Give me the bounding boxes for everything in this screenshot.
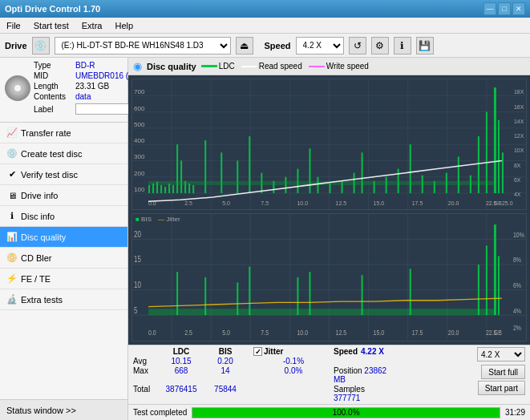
sidebar-item-create-test-disc[interactable]: 💿 Create test disc	[0, 143, 127, 164]
maximize-button[interactable]: □	[498, 2, 511, 15]
svg-text:300: 300	[134, 153, 145, 160]
minimize-button[interactable]: —	[483, 2, 496, 15]
svg-text:25.0: 25.0	[502, 200, 513, 206]
ldc-chart-svg: 700 600 500 400 300 200 100 18X 16X 14X …	[132, 79, 526, 209]
start-part-button[interactable]: Start part	[478, 381, 525, 395]
menu-file[interactable]: File	[3, 19, 24, 32]
svg-rect-127	[410, 269, 411, 316]
speed-select[interactable]: 4.2 X	[296, 37, 344, 55]
samples-label: Samples	[334, 385, 365, 394]
svg-text:0.0: 0.0	[148, 329, 156, 337]
speed-dropdown-row: 4.2 X	[477, 347, 525, 361]
avg-jitter: -0.1%	[253, 357, 334, 365]
read-speed-color	[241, 66, 257, 67]
nav-extra-tests-label: Extra tests	[21, 295, 63, 305]
contents-value: data	[75, 92, 91, 101]
drive-select[interactable]: (E:) HL-DT-ST BD-RE WH16NS48 1.D3	[55, 37, 231, 55]
speed-dropdown[interactable]: 4.2 X	[477, 347, 525, 361]
transfer-rate-icon: 📈	[6, 127, 18, 139]
eject-button[interactable]: ⏏	[236, 37, 253, 55]
charts-container: 700 600 500 400 300 200 100 18X 16X 14X …	[128, 75, 530, 345]
start-full-button[interactable]: Start full	[481, 365, 525, 379]
svg-text:8%: 8%	[513, 256, 521, 265]
svg-rect-125	[309, 273, 310, 316]
bis-legend-item: ■ BIS	[136, 216, 152, 223]
length-label: Length	[34, 82, 75, 91]
svg-text:14X: 14X	[514, 119, 524, 124]
drive-icon: 💿	[32, 37, 50, 55]
nav-create-test-disc-label: Create test disc	[21, 149, 82, 159]
svg-text:500: 500	[134, 121, 145, 128]
contents-label: Contents	[34, 92, 75, 101]
sidebar-item-verify-test-disc[interactable]: ✔ Verify test disc	[0, 164, 127, 185]
svg-text:12.5: 12.5	[336, 329, 347, 337]
avg-ldc: 10.15	[157, 357, 205, 365]
menu-start-test[interactable]: Start test	[30, 19, 72, 32]
stats-row-container: LDC BIS ✓ Jitter Speed 4.22 X	[133, 347, 525, 402]
svg-rect-83	[502, 152, 504, 193]
ldc-color	[201, 65, 217, 67]
svg-rect-123	[249, 267, 250, 315]
svg-text:12X: 12X	[514, 133, 524, 139]
svg-text:100: 100	[134, 186, 145, 193]
legend-write-speed: Write speed	[309, 62, 369, 71]
speed-label: Speed	[265, 41, 291, 50]
svg-rect-126	[362, 276, 363, 316]
disc-info-icon: ℹ	[6, 211, 18, 222]
jitter-checkbox-container: ✓ Jitter	[253, 347, 334, 356]
svg-text:6X: 6X	[514, 177, 521, 183]
svg-text:18X: 18X	[514, 89, 524, 95]
svg-text:600: 600	[134, 105, 145, 112]
menu-extra[interactable]: Extra	[79, 19, 106, 32]
sidebar-item-fe-te[interactable]: ⚡ FE / TE	[0, 269, 127, 289]
svg-text:2%: 2%	[513, 324, 521, 332]
ldc-header: LDC	[157, 347, 205, 356]
svg-text:20: 20	[134, 230, 141, 239]
total-bis: 75844	[205, 385, 245, 402]
jitter-legend-item: — Jitter	[158, 216, 180, 223]
stats-avg-row: Avg 10.15 0.20 -0.1%	[133, 357, 472, 365]
jitter-color-indicator: —	[158, 216, 164, 223]
window-controls: — □ ✕	[483, 2, 525, 15]
info-button[interactable]: ℹ	[394, 37, 411, 55]
svg-text:17.5: 17.5	[412, 200, 423, 206]
sidebar-item-drive-info[interactable]: 🖥 Drive info	[0, 185, 127, 206]
svg-rect-56	[204, 140, 206, 193]
menu-help[interactable]: Help	[111, 19, 136, 32]
status-window-label: Status window >>	[6, 406, 76, 415]
save-button[interactable]: 💾	[416, 37, 434, 55]
svg-text:15.0: 15.0	[374, 329, 385, 337]
max-jitter: 0.0%	[253, 366, 334, 384]
close-button[interactable]: ✕	[512, 2, 525, 15]
sidebar-item-cd-bler[interactable]: 📀 CD Bler	[0, 248, 127, 269]
sidebar-item-disc-quality[interactable]: 📊 Disc quality	[0, 227, 127, 248]
svg-text:20.0: 20.0	[448, 329, 459, 337]
svg-text:15: 15	[134, 256, 141, 265]
stats-headers: LDC BIS ✓ Jitter Speed 4.22 X	[133, 347, 472, 356]
sidebar-item-disc-info[interactable]: ℹ Disc info	[0, 206, 127, 227]
svg-rect-124	[297, 277, 298, 315]
sidebar-item-transfer-rate[interactable]: 📈 Transfer rate	[0, 123, 127, 143]
svg-rect-81	[494, 87, 496, 193]
svg-rect-130	[494, 224, 496, 315]
cd-bler-icon: 📀	[6, 252, 18, 264]
settings-button[interactable]: ⚙	[371, 37, 389, 55]
svg-text:6%: 6%	[513, 281, 521, 289]
svg-text:2.5: 2.5	[184, 329, 192, 337]
svg-text:GB: GB	[494, 329, 503, 337]
total-ldc: 3876415	[157, 385, 205, 402]
svg-text:2.5: 2.5	[184, 200, 192, 206]
svg-rect-122	[237, 283, 238, 316]
jitter-checkbox[interactable]: ✓	[253, 347, 262, 356]
avg-bis: 0.20	[205, 357, 245, 365]
svg-text:10X: 10X	[514, 147, 524, 153]
dq-icon: ◉	[133, 60, 142, 72]
status-window-button[interactable]: Status window >>	[0, 399, 127, 420]
svg-text:5.0: 5.0	[222, 329, 230, 337]
extra-tests-icon: 🔬	[6, 294, 18, 305]
refresh-button[interactable]: ↺	[349, 37, 366, 55]
nav-cd-bler-label: CD Bler	[21, 253, 52, 263]
speed-info: Speed 4.22 X	[334, 347, 390, 356]
svg-text:5: 5	[134, 306, 137, 315]
sidebar-item-extra-tests[interactable]: 🔬 Extra tests	[0, 289, 127, 310]
